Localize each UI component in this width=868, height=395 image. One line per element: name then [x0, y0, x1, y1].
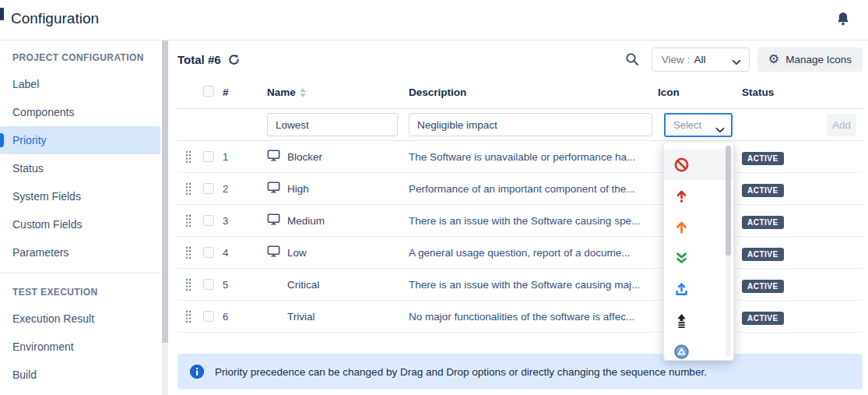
sidebar-item-parameters[interactable]: Parameters — [0, 238, 160, 266]
column-header-seq: # — [223, 86, 229, 98]
page-title: Configuration — [11, 10, 99, 27]
table-row: 5 Critical There is an issue with the So… — [177, 269, 863, 301]
row-checkbox[interactable] — [203, 151, 214, 162]
row-checkbox[interactable] — [203, 215, 214, 226]
priority-name: Blocker — [287, 151, 322, 163]
row-sequence: 3 — [223, 215, 228, 227]
drag-handle-icon[interactable] — [185, 310, 192, 326]
priority-name: Low — [287, 247, 307, 259]
column-header-icon: Icon — [658, 86, 680, 98]
sidebar-item-priority[interactable]: Priority — [0, 126, 160, 154]
table-row: 3 Medium There is an issue with the Soft… — [177, 205, 863, 237]
dropdown-scrollbar[interactable] — [726, 146, 731, 357]
dropdown-scrollbar-thumb[interactable] — [726, 146, 731, 256]
sidebar-item-components[interactable]: Components — [0, 98, 160, 126]
column-header-description: Description — [409, 86, 466, 98]
notification-bell-icon[interactable] — [835, 11, 851, 28]
monitor-icon — [267, 213, 280, 228]
row-checkbox[interactable] — [203, 279, 214, 290]
status-badge: ACTIVE — [742, 312, 784, 325]
row-sequence: 2 — [223, 183, 228, 195]
chevron-down-icon — [732, 56, 741, 62]
vertical-scrollbar-thumb[interactable] — [162, 41, 168, 343]
priority-description: There is an issue with the Software caus… — [409, 215, 654, 227]
column-header-name-label: Name — [267, 86, 296, 98]
brand-accent-bar — [0, 8, 4, 20]
manage-icons-button[interactable]: ⚙ Manage Icons — [757, 48, 863, 72]
arrow-up-dotted-red-icon[interactable] — [664, 180, 733, 211]
status-badge: ACTIVE — [742, 216, 784, 229]
drag-handle-icon[interactable] — [185, 214, 192, 231]
row-name-cell: Critical — [267, 269, 319, 301]
monitor-icon — [267, 245, 280, 260]
sidebar-divider — [0, 273, 160, 273]
sidebar-item-label[interactable]: Label — [0, 70, 160, 98]
info-banner-text: Priority precedence can be changed by Dr… — [215, 366, 707, 378]
row-sequence: 1 — [223, 151, 228, 163]
sort-icon[interactable] — [300, 88, 306, 97]
row-checkbox[interactable] — [203, 247, 214, 258]
manage-icons-label: Manage Icons — [785, 54, 852, 65]
info-icon — [190, 365, 204, 379]
new-priority-name-input[interactable] — [267, 113, 398, 136]
arrow-up-orange-icon[interactable] — [664, 211, 733, 242]
upload-blue-icon[interactable] — [664, 273, 733, 305]
table-row: 1 Blocker The Software is unavailable or… — [177, 141, 863, 173]
drag-handle-icon[interactable] — [185, 150, 192, 167]
drag-handle-icon[interactable] — [185, 246, 192, 263]
main-content: Total #6 View : All — [177, 41, 863, 390]
view-filter-select[interactable]: View : All — [652, 48, 750, 72]
drag-handle-icon[interactable] — [185, 278, 192, 294]
row-checkbox[interactable] — [203, 183, 214, 194]
priority-description: There is an issue with the Software caus… — [409, 279, 654, 291]
row-name-cell: High — [267, 173, 309, 205]
new-priority-row: Select Add — [177, 109, 863, 141]
vertical-scrollbar[interactable] — [162, 41, 168, 395]
sidebar-item-system-fields[interactable]: System Fields — [0, 182, 160, 210]
sidebar-item-environment[interactable]: Environment — [0, 333, 160, 361]
status-badge: ACTIVE — [742, 152, 784, 165]
row-sequence: 4 — [223, 247, 228, 259]
new-priority-description-input[interactable] — [409, 113, 652, 136]
toolbar: Total #6 View : All — [177, 41, 863, 78]
add-button[interactable]: Add — [827, 114, 856, 136]
priority-name: Critical — [287, 279, 319, 291]
sidebar-item-custom-fields[interactable]: Custom Fields — [0, 210, 160, 238]
sidebar-section-project-configuration: PROJECT CONFIGURATION — [0, 45, 160, 70]
column-header-status: Status — [742, 86, 774, 98]
priority-description: A general usage question, report of a do… — [409, 247, 654, 259]
sidebar-item-execution-result[interactable]: Execution Result — [0, 305, 160, 333]
chevron-down-icon — [715, 122, 725, 129]
search-icon[interactable] — [625, 52, 639, 66]
sidebar-item-build[interactable]: Build — [0, 361, 160, 389]
configuration-page: Configuration PROJECT CONFIGURATION Labe… — [0, 0, 868, 395]
double-chevron-down-green-icon[interactable] — [664, 242, 733, 273]
view-filter-value: All — [694, 54, 705, 65]
row-name-cell: Trivial — [267, 301, 315, 333]
select-all-checkbox[interactable] — [203, 86, 214, 97]
priority-name: High — [287, 183, 309, 195]
gear-icon: ⚙ — [768, 53, 779, 65]
sidebar: PROJECT CONFIGURATION Label Components P… — [0, 41, 160, 395]
status-badge: ACTIVE — [742, 248, 784, 261]
triangle-circle-blue-icon[interactable] — [664, 336, 733, 367]
row-checkbox[interactable] — [203, 311, 214, 322]
priority-description: No major functionalities of the software… — [409, 311, 654, 323]
sidebar-section-test-execution: TEST EXECUTION — [0, 280, 160, 305]
view-filter-label: View : — [662, 54, 691, 65]
no-entry-icon[interactable] — [664, 149, 733, 180]
icon-select-dropdown[interactable]: Select — [664, 113, 733, 137]
row-name-cell: Low — [267, 237, 307, 269]
row-sequence: 5 — [223, 279, 228, 291]
sidebar-item-status[interactable]: Status — [0, 154, 160, 182]
priority-description: The Software is unavailable or performan… — [409, 151, 654, 163]
column-header-name[interactable]: Name — [267, 86, 306, 98]
arrow-up-bars-black-icon[interactable] — [664, 305, 733, 336]
monitor-icon — [267, 182, 280, 196]
priority-name: Medium — [287, 215, 325, 227]
row-sequence: 6 — [223, 311, 228, 323]
row-name-cell: Medium — [267, 205, 325, 237]
app-header: Configuration — [0, 0, 868, 41]
refresh-icon[interactable] — [227, 53, 241, 66]
drag-handle-icon[interactable] — [185, 182, 192, 199]
